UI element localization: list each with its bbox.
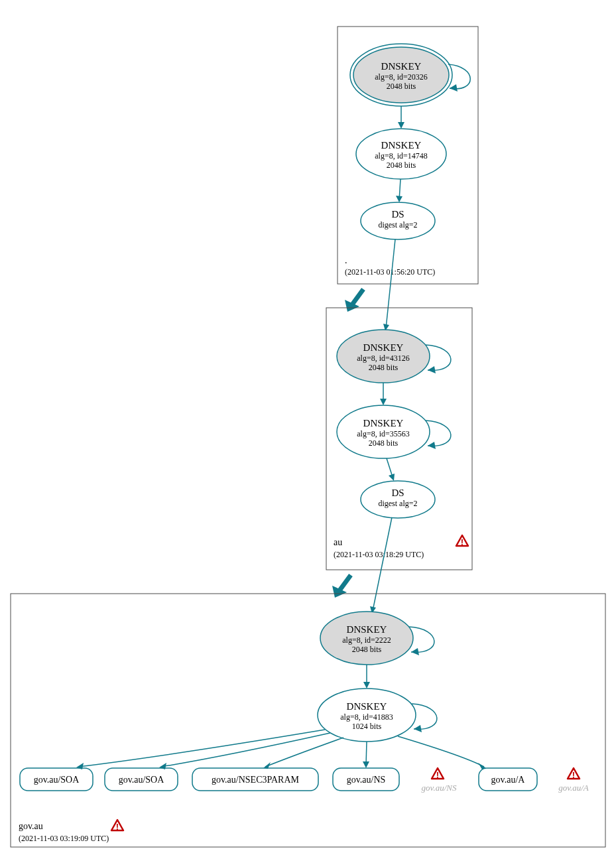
node-rrset-ns: gov.au/NS (333, 768, 399, 791)
svg-marker-48 (478, 763, 486, 769)
au-ds-line1: digest alg=2 (378, 499, 417, 508)
node-govau-ksk: DNSKEY alg=8, id=2222 2048 bits (320, 612, 413, 665)
node-au-zsk: DNSKEY alg=8, id=35563 2048 bits (337, 405, 430, 458)
root-zsk-line1: alg=8, id=14748 (375, 151, 428, 161)
svg-marker-27 (363, 682, 370, 689)
root-ds-line1: digest alg=2 (378, 220, 417, 230)
au-zsk-line1: alg=8, id=35563 (357, 429, 410, 438)
zone-govau-label: gov.au (19, 821, 43, 831)
svg-marker-16 (380, 399, 387, 405)
root-ksk-title: DNSKEY (381, 61, 422, 72)
node-rrset-soa2: gov.au/SOA (105, 768, 178, 791)
svg-marker-24 (411, 648, 419, 655)
svg-text:gov.au/A: gov.au/A (558, 783, 589, 793)
zone-au-time: (2021-11-03 03:18:29 UTC) (334, 550, 424, 559)
edge-au-ds-to-govau-ksk (373, 517, 392, 611)
svg-text:gov.au/NSEC3PARAM: gov.au/NSEC3PARAM (212, 775, 300, 785)
warning-icon-govau: ! (111, 820, 123, 832)
zone-au-label: au (334, 537, 342, 547)
svg-text:!: ! (436, 770, 439, 780)
au-ds-title: DS (391, 488, 404, 498)
node-govau-zsk: DNSKEY alg=8, id=41883 1024 bits (318, 689, 416, 742)
node-root-zsk: DNSKEY alg=8, id=14748 2048 bits (356, 129, 446, 179)
svg-text:gov.au/SOA: gov.au/SOA (34, 775, 80, 785)
svg-marker-3 (450, 84, 458, 92)
node-rrset-nsec3param: gov.au/NSEC3PARAM (192, 768, 318, 791)
zone-au: DNSKEY alg=8, id=43126 2048 bits DNSKEY … (326, 308, 472, 570)
svg-marker-7 (396, 196, 402, 202)
root-ksk-line2: 2048 bits (387, 82, 416, 91)
warning-icon-au: ! (456, 535, 468, 547)
root-ds-title: DS (391, 209, 404, 220)
svg-marker-6 (398, 122, 404, 129)
svg-marker-17 (389, 474, 395, 481)
node-root-ksk: DNSKEY alg=8, id=20326 2048 bits (350, 44, 452, 106)
warning-icon-ns: ! (432, 768, 444, 780)
svg-marker-47 (363, 761, 369, 768)
svg-rect-22 (11, 594, 605, 847)
govau-zsk-title: DNSKEY (347, 701, 387, 712)
node-rrset-a: gov.au/A (479, 768, 537, 791)
svg-marker-14 (428, 442, 436, 449)
au-ksk-title: DNSKEY (363, 342, 404, 353)
zone-root-label: . (345, 255, 347, 265)
govau-ksk-title: DNSKEY (347, 624, 387, 635)
govau-ksk-line1: alg=8, id=2222 (342, 635, 391, 645)
node-rrset-soa1: gov.au/SOA (20, 768, 93, 791)
svg-text:gov.au/NS: gov.au/NS (347, 775, 386, 785)
zone-govau-time: (2021-11-03 03:19:09 UTC) (19, 834, 109, 843)
govau-zsk-line2: 1024 bits (352, 722, 382, 731)
svg-text:!: ! (572, 770, 575, 780)
node-au-ksk: DNSKEY alg=8, id=43126 2048 bits (337, 330, 430, 383)
node-root-ds: DS digest alg=2 (361, 202, 435, 239)
root-zsk-title: DNSKEY (381, 140, 422, 151)
svg-text:gov.au/A: gov.au/A (491, 775, 526, 785)
au-zsk-title: DNSKEY (363, 418, 404, 428)
node-au-ds: DS digest alg=2 (361, 481, 435, 518)
govau-zsk-line1: alg=8, id=41883 (340, 712, 393, 722)
node-rrset-ns-warn: ! gov.au/NS (422, 768, 457, 793)
svg-text:!: ! (116, 822, 119, 832)
root-ksk-line1: alg=8, id=20326 (375, 72, 428, 82)
zone-root: DNSKEY alg=8, id=20326 2048 bits DNSKEY … (338, 27, 478, 284)
node-rrset-a-warn: ! gov.au/A (558, 768, 589, 793)
edge-govau-zsk-soa2 (161, 733, 330, 767)
au-ksk-line2: 2048 bits (369, 363, 399, 372)
zone-root-time: (2021-11-03 01:56:20 UTC) (345, 267, 435, 277)
svg-text:gov.au/SOA: gov.au/SOA (119, 775, 165, 785)
zone-govau: DNSKEY alg=8, id=2222 2048 bits DNSKEY a… (11, 594, 605, 847)
svg-text:!: ! (461, 537, 463, 547)
govau-ksk-line2: 2048 bits (352, 645, 382, 654)
au-ksk-line1: alg=8, id=43126 (357, 354, 410, 363)
svg-marker-26 (414, 725, 422, 732)
warning-icon-a: ! (568, 768, 580, 780)
svg-text:gov.au/NS: gov.au/NS (422, 783, 457, 793)
svg-marker-12 (428, 366, 436, 373)
edge-govau-zsk-soa1 (78, 730, 325, 767)
root-zsk-line2: 2048 bits (387, 161, 416, 170)
au-zsk-line2: 2048 bits (369, 438, 399, 448)
edge-govau-zsk-a (398, 736, 484, 767)
edge-govau-zsk-nsec3 (265, 738, 343, 767)
